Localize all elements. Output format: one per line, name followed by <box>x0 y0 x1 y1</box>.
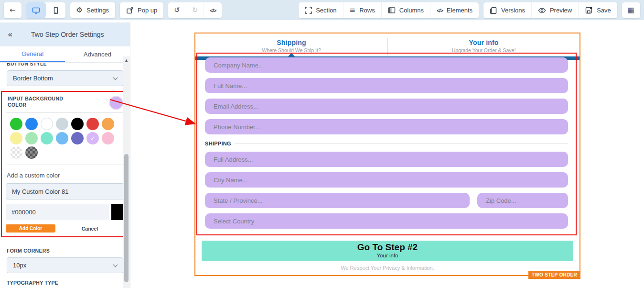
settings-group: ⚙ Settings <box>70 2 115 18</box>
desktop-icon <box>32 7 40 14</box>
desktop-view-button[interactable] <box>26 2 46 18</box>
chevron-down-icon <box>113 75 118 80</box>
popup-group: Pop up <box>120 2 163 18</box>
save-button[interactable]: Save <box>578 2 617 18</box>
code-button[interactable]: </> <box>204 2 222 18</box>
popup-button[interactable]: Pop up <box>120 2 163 18</box>
columns-icon <box>388 7 396 14</box>
columns-button[interactable]: Columns <box>381 2 430 18</box>
typography-type-label: TYPOGRAPHY TYPE <box>7 280 123 286</box>
form-corners-label: FORM CORNERS <box>7 248 123 254</box>
color-swatch[interactable] <box>41 118 53 130</box>
input-background-color-section: INPUT BACKGROUND COLOR ✓ Add a custom co… <box>1 91 129 237</box>
preview-label: Preview <box>550 7 572 14</box>
back-icon: ← <box>10 7 16 14</box>
custom-color-hex-preview <box>111 204 124 220</box>
state-zip-row: State / Province... Zip Code... <box>205 193 568 213</box>
add-color-button[interactable]: Add Color <box>6 224 55 233</box>
shipping-section-heading: SHIPPING <box>205 141 568 146</box>
sidebar-scrollbar[interactable]: ▲ <box>123 56 130 288</box>
page-builder-app: ← ⚙ Settings Pop up <box>0 0 644 288</box>
settings-button[interactable]: ⚙ Settings <box>70 2 115 18</box>
color-section-header: INPUT BACKGROUND COLOR <box>6 95 124 110</box>
step-your-info-title: Your info <box>388 39 580 46</box>
zip-code-input[interactable]: Zip Code... <box>477 193 568 208</box>
form-corners-select[interactable]: 10px <box>7 257 123 273</box>
color-swatch[interactable] <box>56 132 68 144</box>
privacy-text: We Respect Your Privacy & Information. <box>195 265 580 271</box>
go-to-step-2-button[interactable]: Go To Step #2 Your info <box>202 241 573 261</box>
mobile-icon <box>52 7 60 14</box>
form-corners-value: 10px <box>13 262 26 269</box>
color-swatch[interactable] <box>86 118 99 130</box>
color-swatch[interactable] <box>102 132 114 144</box>
undo-button[interactable]: ↺ <box>168 2 186 18</box>
select-country-input[interactable]: Select Country <box>205 213 568 229</box>
color-swatch[interactable] <box>41 132 53 144</box>
color-swatch[interactable] <box>25 146 38 159</box>
preview-eye-icon <box>538 7 546 14</box>
check-icon: ✓ <box>90 135 96 142</box>
popup-icon <box>126 7 134 14</box>
email-address-input[interactable]: Email Address... <box>205 99 568 114</box>
color-swatch[interactable] <box>25 132 38 144</box>
save-icon <box>585 6 593 14</box>
sidebar-title: Two Step Order Settings <box>12 31 122 38</box>
file-group: Versions Preview Save <box>483 2 617 18</box>
color-swatch[interactable] <box>71 118 84 130</box>
versions-icon <box>490 7 497 14</box>
color-swatch[interactable] <box>10 132 22 144</box>
selected-color-preview[interactable] <box>109 96 123 110</box>
phone-number-input[interactable]: Phone Number... <box>205 119 568 134</box>
settings-label: Settings <box>86 7 109 14</box>
sidebar-body: BUTTON STYLE Border Bottom INPUT BACKGRO… <box>0 63 130 288</box>
scroll-up-icon[interactable]: ▲ <box>123 58 130 63</box>
shipping-heading-text: SHIPPING <box>205 141 231 146</box>
full-name-input[interactable]: Full Name... <box>205 78 568 93</box>
tab-advanced[interactable]: Advanced <box>65 46 130 62</box>
rows-label: Rows <box>359 7 375 14</box>
rows-icon: ≡ <box>350 7 356 14</box>
top-toolbar: ← ⚙ Settings Pop up <box>0 0 644 20</box>
custom-color-heading: Add a custom color <box>7 172 123 179</box>
editor-canvas: Shipping Where Should We Ship It? Your i… <box>130 20 644 288</box>
custom-color-name-input[interactable] <box>6 183 124 199</box>
two-step-order-tag: TWO STEP ORDER <box>528 271 580 279</box>
rows-button[interactable]: ≡ Rows <box>343 2 381 18</box>
preview-button[interactable]: Preview <box>531 2 578 18</box>
scrollbar-thumb[interactable] <box>124 154 129 282</box>
button-style-select[interactable]: Border Bottom <box>7 70 123 86</box>
color-swatch[interactable] <box>102 118 114 130</box>
color-swatch[interactable] <box>71 132 84 144</box>
state-province-input[interactable]: State / Province... <box>205 193 470 208</box>
redo-icon: ↻ <box>192 7 198 14</box>
code-icon: </> <box>210 8 216 13</box>
color-swatch[interactable] <box>10 146 22 159</box>
tab-general[interactable]: General <box>0 46 65 62</box>
custom-color-hex-input[interactable] <box>6 204 109 220</box>
redo-button[interactable]: ↻ <box>186 2 204 18</box>
color-swatch[interactable] <box>25 118 38 130</box>
elements-button[interactable]: </> Elements <box>430 2 479 18</box>
color-swatch[interactable]: ✓ <box>86 132 99 144</box>
full-address-input[interactable]: Full Address... <box>205 152 568 167</box>
company-name-input[interactable]: Company Name.. <box>205 57 568 73</box>
mobile-view-button[interactable] <box>46 2 65 18</box>
columns-label: Columns <box>399 7 424 14</box>
gear-icon: ⚙ <box>76 7 83 14</box>
apps-grid-button[interactable]: ▦ <box>622 2 640 18</box>
section-label: Section <box>316 7 336 14</box>
two-step-order-form: Shipping Where Should We Ship It? Your i… <box>194 33 580 276</box>
color-swatch[interactable] <box>10 118 22 130</box>
versions-button[interactable]: Versions <box>483 2 531 18</box>
color-swatch[interactable] <box>56 118 68 130</box>
cta-title: Go To Step #2 <box>202 242 573 253</box>
section-button[interactable]: Section <box>299 2 343 18</box>
undo-icon: ↺ <box>174 7 180 14</box>
cancel-button[interactable]: Cancel <box>55 226 124 232</box>
toolbar-right: Section ≡ Rows Columns </> Elements <box>299 2 640 20</box>
back-button[interactable]: ← <box>4 2 21 18</box>
swatch-grid: ✓ <box>10 118 118 159</box>
collapse-sidebar-icon[interactable]: « <box>8 30 12 39</box>
city-name-input[interactable]: City Name... <box>205 172 568 188</box>
